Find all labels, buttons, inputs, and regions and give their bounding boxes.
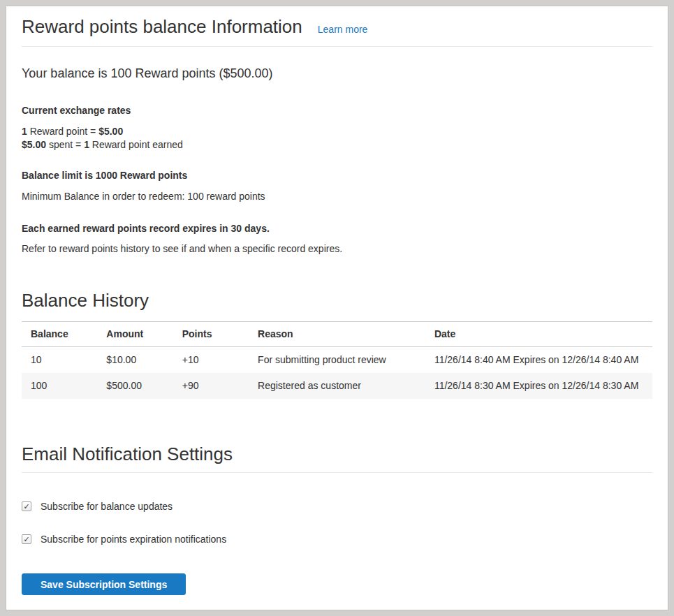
learn-more-link[interactable]: Learn more — [318, 24, 368, 35]
exchange-rate-line-2: $5.00 spent = 1 Reward point earned — [22, 138, 652, 152]
cell-reason: For submitting product review — [249, 347, 425, 374]
page-title: Reward points balance Information — [22, 16, 302, 38]
expiry-note: Refer to reward points history to see if… — [22, 242, 652, 256]
column-header-date: Date — [425, 322, 652, 347]
column-header-reason: Reason — [249, 322, 425, 347]
expiration-notifications-label[interactable]: Subscribe for points expiration notifica… — [41, 533, 226, 545]
balance-limit-heading: Balance limit is 1000 Reward points — [22, 169, 652, 182]
column-header-points: Points — [173, 322, 249, 347]
table-row: 100 $500.00 +90 Registered as customer 1… — [22, 373, 652, 399]
reward-points-panel: Reward points balance Information Learn … — [6, 6, 668, 610]
table-row: 10 $10.00 +10 For submitting product rev… — [22, 347, 652, 374]
expiration-notifications-checkbox[interactable]: ✓ — [22, 534, 31, 544]
cell-amount: $500.00 — [97, 373, 173, 399]
page-title-bar: Reward points balance Information Learn … — [22, 6, 652, 47]
email-notification-title-bar: Email Notification Settings — [22, 443, 652, 473]
exchange-rates-lines: 1 Reward point = $5.00 $5.00 spent = 1 R… — [22, 125, 652, 152]
table-header-row: Balance Amount Points Reason Date — [22, 322, 652, 347]
balance-history-table: Balance Amount Points Reason Date 10 $10… — [22, 321, 652, 399]
exchange-rates-heading: Current exchange rates — [22, 104, 652, 117]
column-header-amount: Amount — [97, 322, 173, 347]
email-notification-heading: Email Notification Settings — [22, 443, 652, 465]
balance-summary: Your balance is 100 Reward points ($500.… — [22, 65, 652, 82]
checkmark-icon: ✓ — [23, 535, 29, 543]
expiry-heading: Each earned reward points record expires… — [22, 222, 652, 235]
cell-amount: $10.00 — [97, 347, 173, 374]
cell-date: 11/26/14 8:30 AM Expires on 12/26/14 8:3… — [425, 373, 652, 399]
cell-points: +90 — [173, 373, 249, 399]
cell-date: 11/26/14 8:40 AM Expires on 12/26/14 8:4… — [425, 347, 652, 374]
subscribe-expiration-notifications-row: ✓ Subscribe for points expiration notifi… — [22, 533, 652, 545]
exchange-rate-line-1: 1 Reward point = $5.00 — [22, 125, 652, 138]
cell-reason: Registered as customer — [249, 373, 425, 399]
balance-history-heading: Balance History — [22, 290, 652, 311]
column-header-balance: Balance — [22, 322, 97, 347]
minimum-balance-note: Minimum Balance in order to redeem: 100 … — [22, 190, 652, 203]
checkmark-icon: ✓ — [23, 502, 29, 510]
subscribe-balance-updates-row: ✓ Subscribe for balance updates — [22, 500, 652, 513]
save-subscription-settings-button[interactable]: Save Subscription Settings — [22, 573, 186, 595]
balance-updates-label[interactable]: Subscribe for balance updates — [41, 500, 173, 513]
cell-balance: 10 — [22, 347, 97, 374]
cell-points: +10 — [173, 347, 249, 374]
cell-balance: 100 — [22, 373, 97, 399]
balance-updates-checkbox[interactable]: ✓ — [22, 501, 31, 511]
